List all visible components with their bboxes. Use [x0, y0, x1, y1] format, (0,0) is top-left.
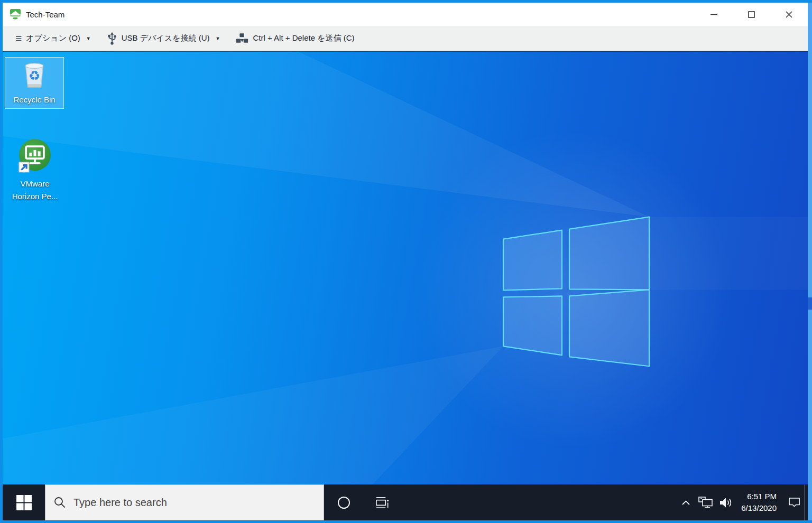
action-center-button[interactable] — [784, 484, 804, 520]
cortana-icon — [338, 497, 350, 509]
taskbar: 6:51 PM 6/13/2020 — [3, 484, 808, 520]
windows-start-icon — [16, 495, 32, 510]
network-ethernet-icon — [698, 496, 714, 509]
usb-connect-button[interactable]: USB デバイスを接続 (U) ▼ — [107, 32, 220, 45]
icon-label: VMwareHorizon Pe... — [12, 178, 58, 203]
clock-date: 6/13/2020 — [741, 502, 777, 514]
usb-label: USB デバイスを接続 (U) — [122, 33, 210, 43]
taskbar-search[interactable] — [45, 484, 324, 520]
cortana-button[interactable] — [324, 484, 363, 520]
search-icon — [54, 497, 66, 508]
show-desktop-button[interactable] — [804, 484, 808, 520]
client-toolbar: ≡ オプション (O) ▼ USB デバイスを接続 (U) ▼ — [3, 26, 808, 51]
titlebar: Tech-Team — [3, 3, 808, 26]
clock-time: 6:51 PM — [747, 491, 777, 502]
task-view-icon — [374, 496, 390, 510]
volume-button[interactable] — [716, 484, 736, 520]
svg-text:♻: ♻ — [29, 68, 40, 83]
scrollbar-thumb[interactable] — [808, 297, 812, 310]
close-icon — [786, 11, 792, 18]
speaker-icon — [719, 497, 733, 509]
shortcut-arrow-icon — [19, 162, 29, 172]
taskbar-clock[interactable]: 6:51 PM 6/13/2020 — [736, 491, 784, 514]
chevron-up-icon — [681, 500, 690, 506]
options-label: オプション (O) — [26, 33, 80, 43]
remote-desktop[interactable]: ♻ Recycle Bin — [3, 51, 808, 484]
recycle-bin-icon: ♻ — [20, 61, 49, 91]
maximize-icon — [748, 11, 755, 18]
search-input[interactable] — [73, 497, 324, 509]
usb-icon — [107, 32, 117, 45]
desktop-icon-recycle-bin[interactable]: ♻ Recycle Bin — [5, 57, 64, 109]
send-ctrl-alt-delete-button[interactable]: Ctrl + Alt + Delete を送信 (C) — [236, 33, 354, 44]
desktop-icon-vmware-horizon[interactable]: VMwareHorizon Pe... — [5, 135, 64, 203]
options-menu-button[interactable]: ≡ オプション (O) ▼ — [15, 33, 91, 44]
vmware-horizon-icon — [15, 138, 55, 175]
chevron-down-icon: ▼ — [86, 36, 91, 41]
vmware-horizon-client-window: Tech-Team ≡ オプション (O) ▼ — [0, 0, 812, 523]
window-title: Tech-Team — [26, 10, 64, 19]
hamburger-icon: ≡ — [15, 33, 22, 44]
minimize-button[interactable] — [695, 3, 733, 26]
windows-logo-wallpaper — [3, 52, 808, 484]
icon-label: Recycle Bin — [13, 94, 55, 106]
cad-label: Ctrl + Alt + Delete を送信 (C) — [253, 33, 354, 43]
network-button[interactable] — [696, 484, 716, 520]
horizon-app-icon — [10, 9, 21, 20]
tray-overflow-button[interactable] — [676, 484, 696, 520]
window-controls — [695, 3, 808, 26]
maximize-button[interactable] — [733, 3, 770, 26]
action-center-icon — [788, 496, 801, 509]
chevron-down-icon: ▼ — [216, 36, 220, 41]
start-button[interactable] — [3, 484, 45, 520]
system-tray: 6:51 PM 6/13/2020 — [676, 484, 808, 520]
close-button[interactable] — [770, 3, 808, 26]
ctrl-alt-del-keys-icon — [236, 33, 248, 44]
vertical-scrollbar[interactable] — [808, 3, 812, 520]
task-view-button[interactable] — [363, 484, 400, 520]
minimize-icon — [710, 14, 717, 15]
